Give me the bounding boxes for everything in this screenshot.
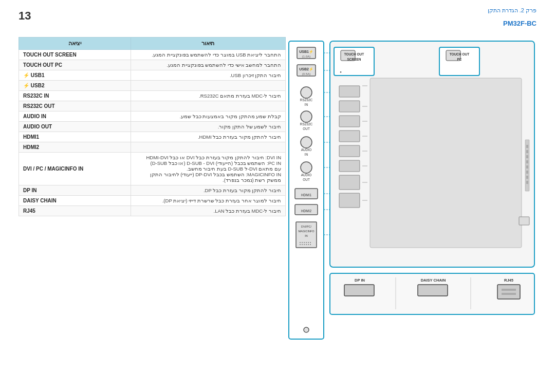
row-exit: TOUCH OUT SCREEN xyxy=(19,50,131,60)
row-exit: RS232C OUT xyxy=(19,101,131,111)
row-exit: ⚡ USB2 xyxy=(19,81,131,91)
svg-rect-56 xyxy=(339,160,360,172)
page-number: 13 xyxy=(18,9,31,23)
svg-text:(0.5A): (0.5A) xyxy=(302,72,310,76)
row-exit: TOUCH OUT PC xyxy=(19,60,131,70)
svg-text:DAISY CHAIN: DAISY CHAIN xyxy=(421,278,446,283)
svg-text:HDMI2: HDMI2 xyxy=(301,209,312,213)
svg-rect-19 xyxy=(295,189,318,199)
row-exit: RS232C IN xyxy=(19,91,131,101)
svg-point-36 xyxy=(306,244,307,245)
svg-rect-51 xyxy=(339,86,360,97)
row-desc: חיבור התקן זיכרון USB. xyxy=(131,70,285,81)
row-exit: DAISY CHAIN xyxy=(19,196,131,206)
row-exit: RJ45 xyxy=(19,206,131,216)
table-row: HDMI2 xyxy=(19,142,286,153)
svg-text:AUDIO: AUDIO xyxy=(301,148,312,152)
svg-rect-23 xyxy=(296,222,317,248)
svg-point-39 xyxy=(304,327,309,332)
svg-text:IN: IN xyxy=(305,153,308,156)
row-exit: DVI / PC / MAGICINFO IN xyxy=(19,153,131,185)
svg-point-35 xyxy=(304,244,305,245)
svg-rect-41 xyxy=(370,78,522,248)
svg-point-16 xyxy=(301,162,312,173)
row-desc: קבלת שמע מהתקן מקור באמצעות כבל שמע. xyxy=(131,111,285,122)
svg-rect-0 xyxy=(289,41,324,339)
row-desc: DVI IN: חיבור להתקן מקור בעזרת כבל DVI א… xyxy=(131,153,285,185)
svg-rect-4 xyxy=(297,65,316,76)
svg-rect-76 xyxy=(525,140,529,191)
svg-point-31 xyxy=(308,242,309,243)
svg-rect-58 xyxy=(339,193,360,208)
row-desc xyxy=(131,142,285,153)
svg-rect-79 xyxy=(526,155,528,158)
svg-text:OUT: OUT xyxy=(303,178,310,181)
svg-text:RS232C: RS232C xyxy=(300,122,313,126)
svg-point-30 xyxy=(306,242,307,243)
svg-rect-52 xyxy=(339,101,360,112)
svg-point-32 xyxy=(310,242,311,243)
svg-point-38 xyxy=(310,244,311,245)
table-row: TOUCH OUT SCREEN התחבר ליציאת USB במוצר … xyxy=(19,50,286,60)
table-row: AUDIO IN קבלת שמע מהתקן מקור באמצעות כבל… xyxy=(19,111,286,122)
svg-rect-94 xyxy=(497,285,520,299)
svg-rect-86 xyxy=(330,273,534,314)
svg-text:AUDIO: AUDIO xyxy=(301,173,312,177)
svg-rect-21 xyxy=(295,204,318,215)
row-exit: ⚡ USB1 xyxy=(19,70,131,81)
svg-rect-54 xyxy=(339,130,360,142)
svg-rect-40 xyxy=(330,41,534,267)
svg-rect-42 xyxy=(334,47,374,76)
svg-point-34 xyxy=(302,244,303,245)
row-desc: חיבור למוצר אחר בעזרת כבל שרשרת דייזי (י… xyxy=(131,196,285,206)
row-desc: חיבור להתקן מקור בעזרת כבל HDMI. xyxy=(131,132,285,142)
row-exit: HDMI1 xyxy=(19,132,131,142)
svg-rect-84 xyxy=(526,181,528,184)
svg-rect-77 xyxy=(526,145,528,148)
table-row: DP IN חיבור להתקן מקור בעזרת כבל DP. xyxy=(19,185,286,196)
table-row: RS232C IN חיבור ל-MDC בעזרת מתאם RS232C. xyxy=(19,91,286,101)
svg-point-10 xyxy=(301,111,312,122)
svg-rect-81 xyxy=(526,165,528,169)
table-row: RS232C OUT xyxy=(19,101,286,111)
svg-text:MAGICINFO: MAGICINFO xyxy=(298,230,314,233)
row-desc: חיבור ל-MDC בעזרת כבל LAN. xyxy=(131,206,285,216)
row-desc: התחבר ליציאת USB במוצר כדי להשתמש בפונקצ… xyxy=(131,50,285,60)
svg-rect-47 xyxy=(439,47,479,76)
row-desc xyxy=(131,101,285,111)
svg-point-7 xyxy=(301,87,312,98)
svg-point-13 xyxy=(301,137,312,148)
svg-text:USB1⚡: USB1⚡ xyxy=(299,49,313,54)
svg-rect-48 xyxy=(446,50,460,61)
svg-text:TOUCH OUT: TOUCH OUT xyxy=(450,52,470,56)
table-row: AUDIO OUT חיבור לשמע של התקן מקור. xyxy=(19,122,286,132)
table-row: DAISY CHAIN חיבור למוצר אחר בעזרת כבל שר… xyxy=(19,196,286,206)
row-desc: חיבור לשמע של התקן מקור. xyxy=(131,122,285,132)
svg-text:RS232C: RS232C xyxy=(300,98,313,102)
row-exit: HDMI2 xyxy=(19,142,131,153)
main-table: יציאה תיאור TOUCH OUT SCREEN התחבר ליציא… xyxy=(18,37,286,216)
row-desc: חיבור להתקן מקור בעזרת כבל DP. xyxy=(131,185,285,196)
svg-rect-57 xyxy=(339,175,360,190)
diagram-svg: USB1⚡ (1.0A) USB2⚡ (0.5A) RS232C IN RS23… xyxy=(288,37,540,356)
svg-point-29 xyxy=(304,242,305,243)
svg-text:USB2⚡: USB2⚡ xyxy=(299,67,313,71)
svg-point-28 xyxy=(302,242,303,243)
table-row: DVI / PC / MAGICINFO IN DVI IN: חיבור לה… xyxy=(19,153,286,185)
row-desc xyxy=(131,81,285,91)
svg-rect-96 xyxy=(502,293,516,295)
svg-rect-53 xyxy=(339,116,360,127)
svg-rect-82 xyxy=(526,171,528,174)
svg-rect-85 xyxy=(519,217,529,225)
svg-text:PC: PC xyxy=(457,58,461,61)
svg-point-33 xyxy=(300,244,301,245)
svg-text:IN: IN xyxy=(305,103,308,106)
svg-text:DVI/PC/: DVI/PC/ xyxy=(301,225,311,228)
table-row: TOUCH OUT PC התחבר למחשב אישי כדי להשתמש… xyxy=(19,60,286,70)
svg-text:TOUCH OUT: TOUCH OUT xyxy=(344,52,364,56)
svg-text:RJ45: RJ45 xyxy=(504,278,513,283)
svg-point-27 xyxy=(300,242,301,243)
svg-text:HDMI1: HDMI1 xyxy=(301,193,312,197)
table-row: RJ45 חיבור ל-MDC בעזרת כבל LAN. xyxy=(19,206,286,216)
row-desc: התחבר למחשב אישי כדי להשתמש בפונקציית המ… xyxy=(131,60,285,70)
